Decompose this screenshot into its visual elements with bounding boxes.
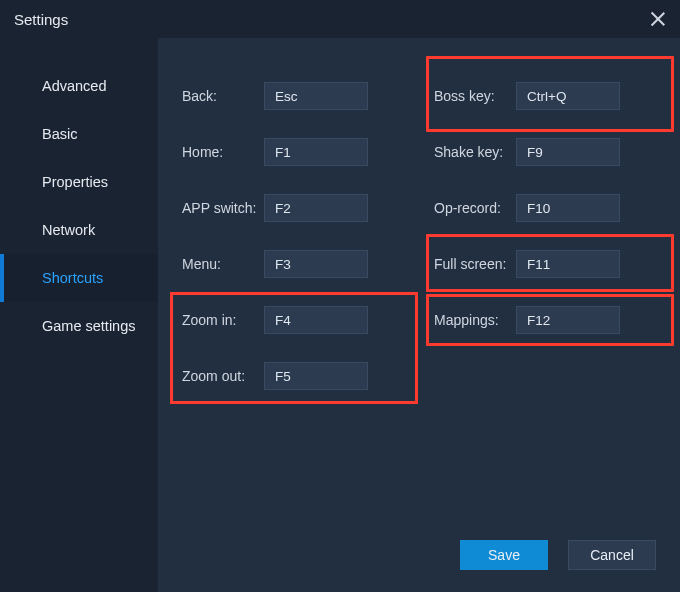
shortcut-label: Boss key:	[434, 88, 516, 104]
sidebar-item-label: Shortcuts	[42, 270, 103, 286]
sidebar-item-properties[interactable]: Properties	[0, 158, 158, 206]
footer-buttons: Save Cancel	[460, 540, 656, 570]
shortcut-input-home[interactable]	[264, 138, 368, 166]
sidebar-item-game-settings[interactable]: Game settings	[0, 302, 158, 350]
shortcut-input-full-screen[interactable]	[516, 250, 620, 278]
shortcut-label: Full screen:	[434, 256, 516, 272]
shortcut-input-zoom-in[interactable]	[264, 306, 368, 334]
shortcut-row-back: Back:	[182, 78, 404, 114]
shortcut-row-mappings: Mappings:	[434, 302, 656, 338]
shortcut-row-op-record: Op-record:	[434, 190, 656, 226]
sidebar-item-label: Advanced	[42, 78, 107, 94]
sidebar-item-shortcuts[interactable]: Shortcuts	[0, 254, 158, 302]
shortcut-input-boss-key[interactable]	[516, 82, 620, 110]
sidebar-item-network[interactable]: Network	[0, 206, 158, 254]
sidebar-item-label: Basic	[42, 126, 77, 142]
shortcut-label: Home:	[182, 144, 264, 160]
shortcut-row-shake-key: Shake key:	[434, 134, 656, 170]
save-button[interactable]: Save	[460, 540, 548, 570]
shortcut-row-zoom-in: Zoom in:	[182, 302, 404, 338]
shortcut-row-boss-key: Boss key:	[434, 78, 656, 114]
shortcut-row-zoom-out: Zoom out:	[182, 358, 404, 394]
sidebar-item-label: Game settings	[42, 318, 136, 334]
sidebar-item-basic[interactable]: Basic	[0, 110, 158, 158]
titlebar: Settings	[0, 0, 680, 38]
shortcut-label: Menu:	[182, 256, 264, 272]
shortcut-row-home: Home:	[182, 134, 404, 170]
shortcut-input-back[interactable]	[264, 82, 368, 110]
window-title: Settings	[14, 11, 68, 28]
shortcut-label: APP switch:	[182, 200, 264, 216]
shortcut-label: Op-record:	[434, 200, 516, 216]
shortcut-row-menu: Menu:	[182, 246, 404, 282]
shortcut-label: Mappings:	[434, 312, 516, 328]
shortcut-input-menu[interactable]	[264, 250, 368, 278]
shortcut-label: Zoom out:	[182, 368, 264, 384]
shortcut-input-op-record[interactable]	[516, 194, 620, 222]
sidebar: Advanced Basic Properties Network Shortc…	[0, 38, 158, 592]
shortcut-input-shake-key[interactable]	[516, 138, 620, 166]
shortcut-input-mappings[interactable]	[516, 306, 620, 334]
shortcut-label: Zoom in:	[182, 312, 264, 328]
shortcuts-grid: Back:Boss key:Home:Shake key:APP switch:…	[182, 78, 656, 394]
shortcut-label: Shake key:	[434, 144, 516, 160]
cancel-button[interactable]: Cancel	[568, 540, 656, 570]
shortcut-row-app-switch: APP switch:	[182, 190, 404, 226]
close-icon[interactable]	[650, 11, 666, 27]
sidebar-item-label: Properties	[42, 174, 108, 190]
shortcut-input-app-switch[interactable]	[264, 194, 368, 222]
sidebar-item-advanced[interactable]: Advanced	[0, 62, 158, 110]
sidebar-item-label: Network	[42, 222, 95, 238]
shortcut-label: Back:	[182, 88, 264, 104]
content-panel: Back:Boss key:Home:Shake key:APP switch:…	[158, 38, 680, 592]
shortcut-row-full-screen: Full screen:	[434, 246, 656, 282]
shortcut-input-zoom-out[interactable]	[264, 362, 368, 390]
